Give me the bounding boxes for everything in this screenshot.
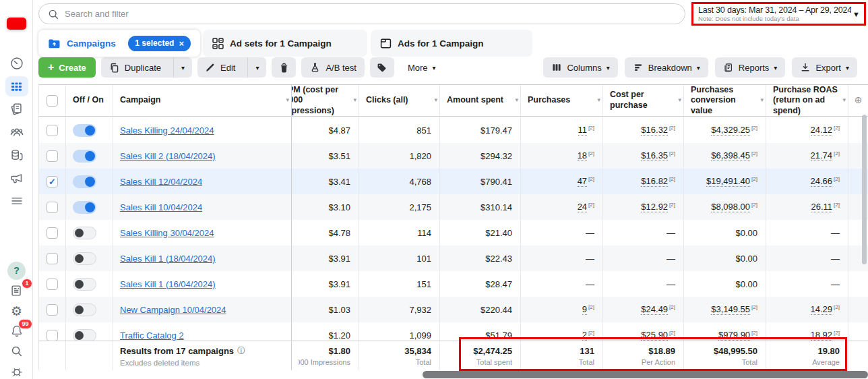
- info-icon[interactable]: ⓘ: [237, 345, 245, 357]
- whats-new-icon[interactable]: 1: [5, 281, 28, 301]
- settings-icon[interactable]: ⚙: [5, 301, 28, 321]
- all-tools-icon[interactable]: [5, 191, 28, 211]
- campaign-toggle[interactable]: [73, 227, 96, 239]
- campaign-link[interactable]: Sales Kill 12/04/2024: [120, 177, 202, 187]
- row-checkbox[interactable]: [46, 304, 58, 316]
- reports-label: Reports: [739, 63, 770, 73]
- ads-reporting-icon[interactable]: [5, 99, 28, 119]
- summary-subtitle: Excludes deleted items: [120, 359, 199, 367]
- campaign-toggle[interactable]: [73, 124, 96, 137]
- edit-dropdown[interactable]: ▾: [247, 57, 266, 78]
- table-body: Sales Killing 24/04/2024 $4.87 851 $179.…: [38, 117, 868, 341]
- campaign-link[interactable]: Sales Kill 1 (16/04/2024): [120, 279, 216, 289]
- delete-button[interactable]: [272, 57, 296, 78]
- tag-button[interactable]: [370, 57, 394, 78]
- tab-ads[interactable]: Ads for 1 Campaign: [371, 30, 532, 57]
- table-row[interactable]: Sales Kill 10/04/2024 $3.10 2,175 $310.1…: [39, 194, 868, 220]
- selected-filter-pill[interactable]: 1 selected ×: [128, 36, 191, 51]
- row-checkbox[interactable]: [46, 202, 58, 213]
- header-purchases-conversion-value[interactable]: Purchases conversion value▾: [684, 85, 766, 116]
- date-range-selector[interactable]: Last 30 days: Mar 31, 2024 – Apr 29, 202…: [691, 2, 866, 26]
- select-all-checkbox[interactable]: [46, 95, 58, 107]
- megaphone-icon[interactable]: [5, 168, 28, 188]
- edit-button[interactable]: Edit ▾: [197, 57, 266, 78]
- campaign-toggle[interactable]: [73, 201, 96, 214]
- table-header: Off / On Campaign▾ CPM (cost per 1,000 i…: [38, 84, 868, 117]
- search-icon: [48, 9, 59, 20]
- header-purchase-roas[interactable]: Purchase ROAS (return on ad spend)▾: [766, 85, 848, 116]
- ab-test-button[interactable]: A/B test: [301, 57, 365, 78]
- account-overview-icon[interactable]: [5, 53, 28, 74]
- duplicate-dropdown[interactable]: ▾: [173, 57, 192, 78]
- header-campaign[interactable]: Campaign▾: [113, 85, 292, 116]
- create-label: Create: [59, 63, 86, 73]
- more-button[interactable]: More ▾: [400, 57, 444, 78]
- campaign-link[interactable]: Traffic Catalog 2: [120, 330, 184, 341]
- notifications-icon[interactable]: 99: [5, 321, 28, 341]
- date-range-note: Note: Does not include today's data: [698, 15, 851, 22]
- tab-campaigns-label: Campaigns: [67, 38, 116, 49]
- search-and-filter-bar[interactable]: [38, 3, 685, 24]
- campaign-toggle[interactable]: [73, 329, 96, 341]
- tab-adsets[interactable]: Ad sets for 1 Campaign: [203, 30, 367, 57]
- row-checkbox[interactable]: [46, 279, 58, 290]
- campaign-link[interactable]: Sales Kill 1 (18/04/2024): [120, 254, 216, 264]
- help-icon[interactable]: ?: [5, 260, 28, 281]
- billing-icon[interactable]: [5, 145, 28, 165]
- vertical-scrollbar[interactable]: [862, 115, 867, 264]
- header-clicks[interactable]: Clicks (all)▾: [359, 85, 440, 116]
- campaign-link[interactable]: Sales Kill 2 (18/04/2024): [120, 151, 216, 161]
- duplicate-button[interactable]: Duplicate ▾: [101, 57, 192, 78]
- campaign-toggle[interactable]: [73, 175, 96, 188]
- row-checkbox[interactable]: [46, 150, 58, 162]
- ab-test-label: A/B test: [326, 63, 356, 73]
- campaign-toggle[interactable]: [73, 150, 96, 163]
- campaigns-icon[interactable]: [5, 76, 28, 96]
- add-column-icon[interactable]: ⊕: [855, 94, 863, 107]
- flask-icon: [309, 62, 321, 74]
- close-icon[interactable]: ×: [179, 39, 184, 48]
- campaign-link[interactable]: Sales Kill 10/04/2024: [120, 202, 202, 212]
- more-label: More: [408, 63, 428, 73]
- table-row[interactable]: Sales Kill 1 (16/04/2024) $3.91 151 $28.…: [39, 271, 868, 297]
- level-tabs: Campaigns 1 selected × Ad sets for 1 Cam…: [33, 30, 868, 57]
- notifications-badge: 99: [18, 319, 32, 329]
- row-checkbox[interactable]: [46, 227, 58, 239]
- row-checkbox[interactable]: [46, 125, 58, 136]
- campaign-toggle[interactable]: [73, 303, 96, 316]
- header-amount-spent[interactable]: Amount spent▾: [440, 85, 521, 116]
- breakdown-button[interactable]: Breakdown ▾: [625, 57, 708, 78]
- sort-caret-icon: ▾: [434, 96, 437, 104]
- table-row[interactable]: Sales Killing 24/04/2024 $4.87 851 $179.…: [39, 117, 868, 143]
- campaign-link[interactable]: Sales Killing 24/04/2024: [120, 125, 214, 136]
- tab-campaigns[interactable]: Campaigns 1 selected ×: [38, 30, 200, 57]
- table-row[interactable]: Traffic Catalog 2 $1.20 1,099 $51.79 2[2…: [39, 322, 868, 341]
- table-row[interactable]: New Campaign 10/04/2024 $1.03 7,932 $220…: [39, 297, 868, 322]
- table-row[interactable]: Sales Kill 2 (18/04/2024) $3.51 1,820 $2…: [39, 143, 868, 169]
- adsets-grid-icon: [212, 38, 224, 49]
- bug-report-icon[interactable]: [5, 361, 28, 379]
- table-row[interactable]: Sales Killing 30/04/2024 $4.78 114 $21.4…: [39, 220, 868, 245]
- table-row[interactable]: Sales Kill 1 (18/04/2024) $3.91 101 $22.…: [39, 245, 868, 271]
- row-checkbox[interactable]: [46, 253, 58, 264]
- header-purchases[interactable]: Purchases▾: [521, 85, 603, 116]
- header-cost-per-purchase[interactable]: Cost per purchase▾: [603, 85, 684, 116]
- columns-button[interactable]: Columns ▾: [543, 57, 617, 78]
- header-cpm[interactable]: CPM (cost per 1,000 impressions)▾: [292, 85, 359, 116]
- table-row-selected[interactable]: ✓ Sales Kill 12/04/2024 $3.41 4,768 $790…: [39, 169, 868, 194]
- copy-icon: [108, 62, 120, 74]
- create-button[interactable]: + Create: [38, 57, 96, 78]
- search-icon[interactable]: [5, 341, 28, 361]
- search-input[interactable]: [65, 9, 676, 19]
- reports-button[interactable]: Reports ▾: [715, 57, 786, 78]
- row-checkbox[interactable]: [46, 330, 58, 341]
- summary-title: Results from 17 campaigns: [120, 346, 234, 356]
- audiences-icon[interactable]: [5, 122, 28, 142]
- horizontal-scrollbar[interactable]: [423, 371, 868, 378]
- campaign-toggle[interactable]: [73, 278, 96, 291]
- campaign-link[interactable]: New Campaign 10/04/2024: [120, 305, 226, 315]
- campaign-toggle[interactable]: [73, 252, 96, 265]
- export-button[interactable]: Export ▾: [792, 57, 857, 78]
- row-checkbox-checked[interactable]: ✓: [46, 176, 58, 187]
- campaign-link[interactable]: Sales Killing 30/04/2024: [120, 228, 214, 238]
